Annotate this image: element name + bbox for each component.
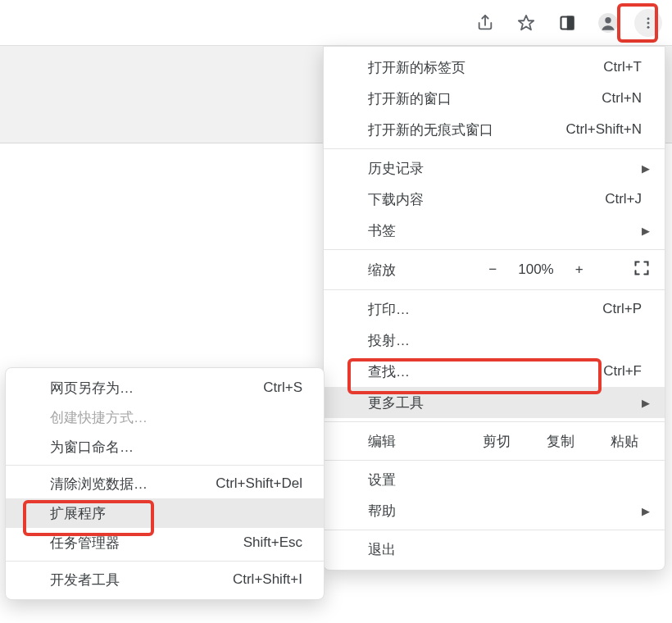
submenu-item-name-window[interactable]: 为窗口命名… xyxy=(6,432,324,462)
svg-point-4 xyxy=(605,17,611,23)
edit-label: 编辑 xyxy=(368,432,483,451)
chevron-right-icon: ▶ xyxy=(642,505,650,517)
menu-label: 更多工具 xyxy=(368,393,642,412)
browser-toolbar xyxy=(0,0,672,46)
menu-shortcut: Ctrl+F xyxy=(603,363,642,380)
menu-label: 打开新的无痕式窗口 xyxy=(368,121,565,139)
svg-point-6 xyxy=(647,22,650,25)
zoom-value: 100% xyxy=(518,261,553,278)
submenu-separator xyxy=(6,561,324,562)
submenu-shortcut: Ctrl+S xyxy=(263,380,302,396)
menu-separator xyxy=(324,460,665,461)
submenu-label: 开发者工具 xyxy=(50,571,233,589)
menu-separator xyxy=(324,249,665,250)
submenu-item-create-shortcut: 创建快捷方式… xyxy=(6,402,324,432)
menu-label: 帮助 xyxy=(368,502,642,521)
svg-rect-2 xyxy=(568,17,574,30)
edit-ops: 剪切 复制 粘贴 xyxy=(483,432,638,451)
menu-label: 设置 xyxy=(368,471,642,489)
submenu-label: 清除浏览数据… xyxy=(50,475,216,493)
menu-shortcut: Ctrl+J xyxy=(605,191,642,207)
edit-cut-button[interactable]: 剪切 xyxy=(483,432,511,451)
edit-paste-button[interactable]: 粘贴 xyxy=(611,432,638,451)
submenu-item-clear-data[interactable]: 清除浏览数据… Ctrl+Shift+Del xyxy=(6,469,324,498)
submenu-item-dev-tools[interactable]: 开发者工具 Ctrl+Shift+I xyxy=(6,565,324,594)
submenu-separator xyxy=(6,465,324,466)
star-icon[interactable] xyxy=(511,8,541,38)
menu-item-history[interactable]: 历史记录 ▶ xyxy=(324,152,665,184)
submenu-item-extensions[interactable]: 扩展程序 xyxy=(6,498,324,528)
menu-label: 打印… xyxy=(368,300,602,319)
zoom-in-button[interactable]: + xyxy=(575,261,583,278)
menu-item-edit: 编辑 剪切 复制 粘贴 xyxy=(324,425,665,457)
menu-label: 书签 xyxy=(368,221,642,240)
menu-label: 投射… xyxy=(368,331,642,350)
svg-point-7 xyxy=(647,26,650,29)
share-icon[interactable] xyxy=(470,8,500,38)
menu-item-print[interactable]: 打印… Ctrl+P xyxy=(324,293,665,325)
profile-icon[interactable] xyxy=(593,8,623,38)
menu-separator xyxy=(324,421,665,422)
submenu-item-save-as[interactable]: 网页另存为… Ctrl+S xyxy=(6,373,324,402)
zoom-out-button[interactable]: − xyxy=(488,261,497,278)
submenu-shortcut: Ctrl+Shift+Del xyxy=(216,475,302,492)
submenu-label: 扩展程序 xyxy=(50,504,302,523)
menu-item-settings[interactable]: 设置 xyxy=(324,464,665,495)
menu-separator xyxy=(324,289,665,290)
chevron-right-icon: ▶ xyxy=(642,162,650,175)
toolbar-right-icons xyxy=(470,0,662,46)
submenu-label: 为窗口命名… xyxy=(50,438,302,457)
menu-item-cast[interactable]: 投射… xyxy=(324,325,665,356)
menu-shortcut: Ctrl+T xyxy=(603,59,642,75)
menu-item-bookmarks[interactable]: 书签 ▶ xyxy=(324,215,665,246)
svg-marker-0 xyxy=(519,16,534,30)
menu-item-more-tools[interactable]: 更多工具 ▶ xyxy=(324,387,665,418)
menu-item-downloads[interactable]: 下载内容 Ctrl+J xyxy=(324,184,665,215)
menu-item-find[interactable]: 查找… Ctrl+F xyxy=(324,356,665,387)
more-tools-submenu: 网页另存为… Ctrl+S 创建快捷方式… 为窗口命名… 清除浏览数据… Ctr… xyxy=(5,367,325,600)
menu-shortcut: Ctrl+P xyxy=(602,301,642,317)
svg-point-5 xyxy=(647,17,650,20)
fullscreen-icon[interactable] xyxy=(633,260,650,280)
menu-item-exit[interactable]: 退出 xyxy=(324,534,665,565)
chevron-right-icon: ▶ xyxy=(642,397,650,409)
menu-separator xyxy=(324,148,665,149)
menu-item-new-window[interactable]: 打开新的窗口 Ctrl+N xyxy=(324,83,665,114)
submenu-label: 任务管理器 xyxy=(50,534,243,553)
submenu-label: 创建快捷方式… xyxy=(50,408,302,427)
chevron-right-icon: ▶ xyxy=(642,225,650,237)
menu-shortcut: Ctrl+N xyxy=(602,90,642,107)
menu-label: 退出 xyxy=(368,540,642,559)
menu-item-zoom: 缩放 − 100% + xyxy=(324,253,665,286)
side-panel-icon[interactable] xyxy=(552,8,582,38)
menu-label: 打开新的窗口 xyxy=(368,89,602,108)
main-dropdown-menu: 打开新的标签页 Ctrl+T 打开新的窗口 Ctrl+N 打开新的无痕式窗口 C… xyxy=(323,46,665,571)
menu-item-help[interactable]: 帮助 ▶ xyxy=(324,495,665,526)
edit-copy-button[interactable]: 复制 xyxy=(547,432,574,451)
kebab-menu-icon[interactable] xyxy=(634,9,662,37)
menu-item-new-incognito[interactable]: 打开新的无痕式窗口 Ctrl+Shift+N xyxy=(324,114,665,145)
submenu-shortcut: Shift+Esc xyxy=(243,534,302,551)
menu-item-new-tab[interactable]: 打开新的标签页 Ctrl+T xyxy=(324,52,665,83)
submenu-item-task-manager[interactable]: 任务管理器 Shift+Esc xyxy=(6,528,324,557)
submenu-label: 网页另存为… xyxy=(50,379,263,398)
menu-label: 下载内容 xyxy=(368,190,605,209)
zoom-label: 缩放 xyxy=(368,261,458,280)
menu-shortcut: Ctrl+Shift+N xyxy=(565,121,642,138)
submenu-shortcut: Ctrl+Shift+I xyxy=(233,571,302,588)
menu-label: 查找… xyxy=(368,362,603,381)
zoom-controls: − 100% + xyxy=(458,261,614,278)
menu-separator xyxy=(324,530,665,530)
menu-label: 打开新的标签页 xyxy=(368,58,603,77)
menu-label: 历史记录 xyxy=(368,159,642,178)
